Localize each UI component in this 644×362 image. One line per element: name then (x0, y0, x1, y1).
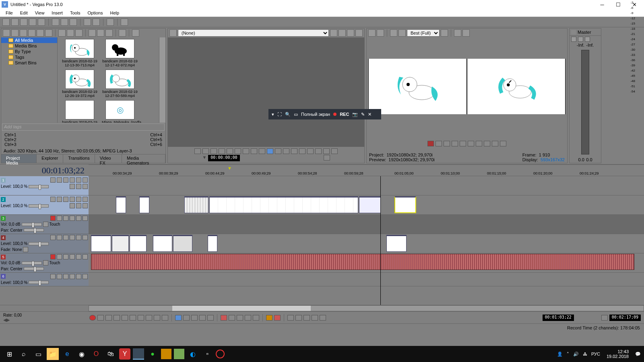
video-clip[interactable] (139, 196, 149, 213)
fullscreen-label[interactable]: Полный экран (301, 112, 330, 117)
track-icon[interactable] (57, 235, 62, 240)
menu-options[interactable]: Options (85, 10, 106, 16)
video-clip[interactable] (208, 235, 217, 252)
media-item[interactable]: bandicam 2018-02-19 12-27-50-589.mp4 (102, 70, 138, 98)
duration-timecode[interactable]: 00:02:17;09 (609, 315, 641, 321)
bandicam-icon[interactable] (216, 350, 225, 358)
teamviewer-icon[interactable]: ◐ (187, 348, 199, 360)
trimmer-icon[interactable] (323, 148, 330, 154)
pm-views-icon[interactable] (119, 29, 126, 37)
master-icon[interactable] (585, 37, 590, 42)
jog-icon[interactable]: ▼ (202, 155, 206, 161)
level-slider[interactable] (29, 185, 49, 188)
notifications-icon[interactable]: 💬 (635, 352, 641, 357)
track-lane-2[interactable] (89, 195, 644, 214)
track-fx-icon[interactable] (57, 216, 62, 221)
edge-icon[interactable]: e (61, 348, 73, 360)
rec-label[interactable]: REC (340, 112, 349, 117)
solo-icon[interactable] (83, 254, 88, 259)
stop-icon[interactable] (130, 315, 136, 321)
pm-tool-icon[interactable] (28, 29, 35, 37)
app-icon[interactable]: ● (147, 348, 159, 360)
solo-icon[interactable] (83, 216, 88, 221)
tree-all-media[interactable]: All Media (1, 37, 57, 43)
audio-meter[interactable] (581, 50, 589, 154)
track-icon[interactable] (70, 184, 75, 189)
selection-icon[interactable] (601, 315, 608, 321)
video-clip[interactable] (130, 235, 147, 252)
menu-insert[interactable]: Insert (48, 10, 66, 16)
trimmer-icon[interactable] (339, 29, 346, 37)
menu-edit[interactable]: Edit (17, 10, 31, 16)
preview-icon[interactable] (368, 29, 376, 37)
media-item[interactable]: ◎ Mlana_Malyavka_(podfa (102, 100, 138, 123)
tray-people-icon[interactable]: 👤 (557, 352, 563, 357)
media-item[interactable]: bandicam 2018-02-19 12-17-42-972.mp4 (102, 39, 138, 67)
main-timecode[interactable]: 00:01:03;22 (0, 165, 89, 176)
stop-icon[interactable] (227, 148, 233, 154)
tool-icon[interactable] (199, 315, 206, 321)
video-clip[interactable] (112, 235, 129, 252)
pm-tool-icon[interactable] (45, 29, 52, 37)
menu-file[interactable]: File (2, 10, 16, 16)
app-icon[interactable]: ▫ (201, 348, 213, 360)
tool-icon[interactable] (191, 315, 198, 321)
save-frame-icon[interactable] (462, 29, 470, 37)
video-clip[interactable] (359, 196, 381, 213)
solo-icon[interactable] (83, 197, 88, 202)
pm-tool-icon[interactable] (67, 29, 74, 37)
timeline-scrollbar[interactable] (89, 305, 644, 311)
video-clip[interactable] (173, 235, 192, 252)
solo-icon[interactable] (83, 274, 88, 279)
video-clip[interactable] (153, 235, 172, 252)
loop-icon[interactable] (436, 141, 442, 146)
track-icon[interactable] (63, 235, 68, 240)
copy-icon[interactable] (61, 19, 68, 26)
split-icon[interactable] (398, 29, 406, 37)
track-icon[interactable] (83, 184, 88, 189)
track-icon[interactable] (70, 235, 75, 240)
tree-media-bins[interactable]: Media Bins (1, 43, 57, 49)
pause-icon[interactable] (460, 141, 466, 146)
record-button[interactable] (89, 315, 96, 321)
track-icon[interactable] (63, 197, 68, 202)
trimmer-icon[interactable] (324, 155, 330, 160)
tab-project-media[interactable]: Project Media (1, 154, 37, 163)
trim-icon[interactable] (245, 315, 251, 321)
pause-icon[interactable] (219, 148, 225, 154)
trimmer-icon[interactable] (331, 148, 338, 154)
track-icon[interactable] (70, 177, 75, 183)
search-icon[interactable]: ⌕ (18, 348, 30, 360)
dropdown-icon[interactable]: ▾ (272, 112, 274, 117)
track-fx-icon[interactable] (50, 197, 56, 202)
overlay-icon[interactable]: ⛶ (277, 112, 282, 117)
delete-icon[interactable] (221, 315, 227, 321)
region-icon[interactable] (274, 315, 281, 321)
preview-fx-icon[interactable] (390, 29, 397, 37)
tab-video-fx[interactable]: Video FX (95, 154, 122, 163)
preview-quality-combo[interactable]: Best (Full) (407, 29, 440, 37)
vol-slider[interactable] (22, 223, 42, 226)
track-lane-5[interactable] (89, 253, 644, 272)
video-clip[interactable] (209, 196, 358, 213)
go-start-icon[interactable] (138, 315, 144, 321)
video-clip[interactable] (386, 235, 407, 252)
mute-icon[interactable] (76, 254, 81, 259)
go-end-icon[interactable] (146, 315, 152, 321)
level-slider[interactable] (29, 242, 49, 245)
render-icon[interactable] (29, 19, 36, 26)
tree-tags[interactable]: Tags (1, 54, 57, 60)
save-icon[interactable] (20, 19, 27, 26)
track-icon[interactable] (57, 274, 62, 279)
taskbar-clock[interactable]: 12:43 19.02.2018 (607, 349, 629, 359)
mute-icon[interactable] (76, 197, 81, 202)
minecraft-icon[interactable] (174, 349, 184, 359)
tray-network-icon[interactable]: 🖧 (583, 352, 587, 356)
track-header-6[interactable]: 6 Level:100,0 % (0, 273, 89, 286)
trimmer-timecode[interactable]: 00:00:00;00 (208, 155, 239, 161)
media-item[interactable]: bandicam 2018-02-19 (62, 100, 98, 123)
paste-icon[interactable] (70, 19, 77, 26)
trim-icon[interactable] (253, 315, 259, 321)
tree-smart-bins[interactable]: Smart Bins (1, 60, 57, 66)
app-icon[interactable] (161, 349, 171, 359)
